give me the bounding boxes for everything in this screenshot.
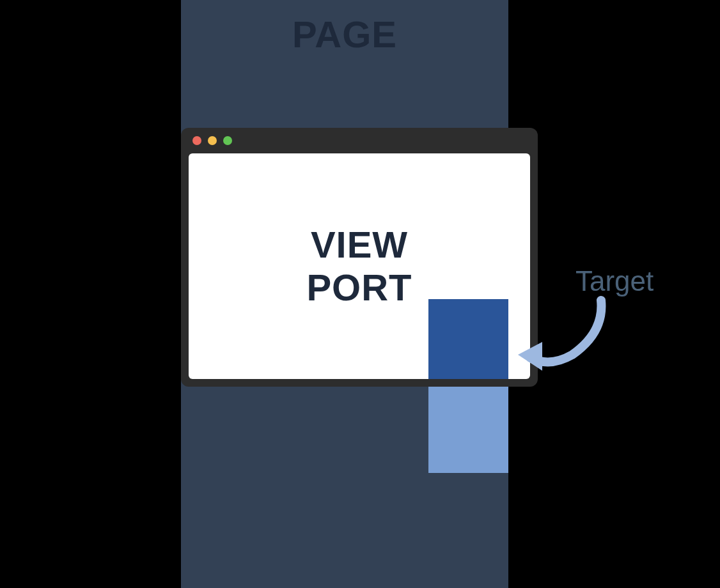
- target-label: Target: [575, 265, 653, 297]
- maximize-icon: [223, 136, 232, 145]
- close-icon: [192, 136, 201, 145]
- viewport-label-line2: PORT: [306, 267, 412, 309]
- window-titlebar: [181, 128, 538, 153]
- viewport-label: VIEW PORT: [306, 224, 412, 309]
- minimize-icon: [208, 136, 217, 145]
- target-visible-portion: [428, 299, 508, 379]
- arrow-icon: [512, 294, 614, 383]
- target-hidden-portion: [428, 379, 508, 473]
- viewport-label-line1: VIEW: [306, 224, 412, 267]
- page-label: PAGE: [181, 13, 508, 56]
